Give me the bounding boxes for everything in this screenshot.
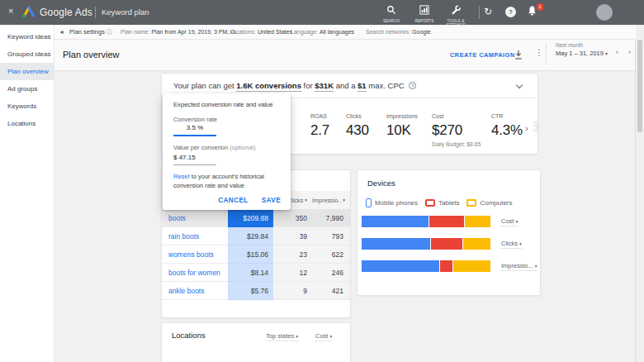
cost-metric-dropdown[interactable]: Cost▾ [501, 217, 518, 226]
cost-cell[interactable]: $209.88 [228, 209, 273, 227]
top-states-dropdown[interactable]: Top states▾ [266, 332, 298, 341]
next-period-icon[interactable]: › [628, 48, 631, 56]
reports-button[interactable]: REPORTS [411, 3, 438, 23]
save-button[interactable]: SAVE [262, 197, 281, 204]
create-campaign-button[interactable]: CREATE CAMPAIGN [450, 51, 515, 59]
legend-tablets: Tablets [425, 199, 459, 207]
cpc-highlight: $1 [358, 81, 367, 92]
keyword-link[interactable]: womens boots [162, 245, 228, 264]
tools-settings-button[interactable]: TOOLS & SETTINGS [443, 3, 469, 28]
plan-settings-toolbar: ◄ Plan settingsⓘ Plan name:Plan from Apr… [54, 25, 636, 40]
topbar-divider [95, 7, 96, 18]
caret-down-icon: ▾ [515, 219, 518, 224]
tools-settings-label: TOOLS & SETTINGS [443, 19, 469, 28]
sidebar-item-keyword-ideas[interactable]: Keyword ideas [0, 28, 54, 45]
legend-mobile-phones: Mobile phones [366, 198, 418, 207]
caret-down-icon: ▾ [519, 241, 522, 246]
banner-help-icon[interactable]: ? [409, 82, 416, 89]
reset-link[interactable]: Reset [173, 173, 190, 180]
clicks-cell: 39 [273, 227, 307, 245]
close-icon[interactable]: × [8, 6, 13, 16]
cost-cell[interactable]: $29.84 [228, 227, 273, 245]
sidebar-item-locations[interactable]: Locations [0, 115, 54, 132]
plan-settings-link[interactable]: Plan settingsⓘ [69, 28, 112, 36]
sidebar-item-grouped-ideas[interactable]: Grouped ideas [0, 45, 54, 63]
keyword-link[interactable]: boots for women [162, 264, 228, 282]
locations-title: Locations [172, 331, 206, 340]
daily-budget-sub: Daily Budget: $8.65 [432, 141, 481, 147]
vertical-scrollbar [635, 25, 644, 362]
bar-segment-mobile [362, 260, 439, 272]
impressions-column-header[interactable]: Impressio.. ▾ [307, 191, 350, 209]
prev-period-icon[interactable]: ‹ [616, 48, 618, 56]
conversions-highlight: 1.6K conversions [236, 81, 301, 92]
reports-label: REPORTS [411, 19, 438, 23]
devices-bars: Cost▾ Clicks▾ Impressio...▾ [362, 216, 537, 283]
impressions-cell: 622 [307, 245, 350, 264]
impressions-cell: 246 [307, 264, 350, 282]
bar-segment-computer [465, 216, 490, 227]
table-row[interactable]: boots $209.88 350 7,990 [162, 209, 350, 227]
cost-cell[interactable]: $15.06 [228, 245, 273, 264]
search-label: SEARCH [378, 19, 405, 23]
conversion-rate-input[interactable]: 3.5 % [173, 124, 216, 136]
notification-badge: 1 [537, 3, 543, 11]
search-networks-field[interactable]: Search networks:Google [366, 29, 431, 35]
metric-ctr: CTR 4.3% [491, 113, 523, 139]
value-per-conversion-input[interactable]: $ 47.15 [173, 154, 216, 165]
more-options-icon[interactable]: ⋮ [535, 48, 543, 57]
keywords-table-body: boots $209.88 350 7,990 rain boots $29.8… [162, 209, 350, 300]
plan-name-field[interactable]: Plan name:Plan from Apr 19, 2019, 3 PM, … [121, 29, 238, 35]
metrics-scroll-right-icon[interactable]: › [525, 123, 528, 133]
devices-bar-cost: Cost▾ [362, 216, 537, 227]
reports-icon [419, 3, 429, 17]
search-button[interactable]: SEARCH [378, 3, 405, 23]
refresh-icon[interactable]: ↻ [484, 6, 492, 17]
avatar[interactable] [596, 4, 613, 21]
cancel-button[interactable]: CANCEL [218, 197, 249, 204]
date-range-selector[interactable]: May 1 – 31, 2019 [556, 50, 604, 57]
info-icon: ⓘ [107, 29, 112, 35]
notifications-bell-icon[interactable]: 1 [527, 5, 540, 19]
computer-icon [466, 199, 476, 207]
help-icon[interactable]: ? [505, 7, 516, 17]
scrollbar-thumb[interactable] [637, 40, 642, 132]
devices-bar-impressions: Impressio...▾ [362, 260, 537, 272]
sidebar-item-ad-groups[interactable]: Ad groups [0, 80, 54, 98]
metric-impressions: Impressions 10K [386, 113, 418, 139]
app-title: Keyword plan [102, 7, 149, 17]
sidebar-item-keywords[interactable]: Keywords [0, 98, 54, 115]
date-range-caret-icon[interactable]: ▾ [605, 50, 608, 56]
clicks-metric-dropdown[interactable]: Clicks▾ [501, 240, 522, 249]
download-icon[interactable] [514, 49, 523, 64]
clicks-cell: 12 [273, 264, 307, 282]
bar-segment-tablet [429, 216, 465, 227]
metric-partial-next: $ [533, 119, 538, 136]
table-row[interactable]: ankle boots $5.76 9 421 [162, 282, 350, 300]
keyword-link[interactable]: rain boots [162, 227, 228, 245]
locations-cost-dropdown[interactable]: Cost▾ [315, 332, 332, 341]
keyword-link[interactable]: ankle boots [162, 282, 228, 300]
cost-cell[interactable]: $5.76 [228, 282, 273, 300]
impressions-metric-dropdown[interactable]: Impressio...▾ [501, 262, 537, 271]
cost-cell[interactable]: $8.14 [228, 264, 273, 282]
language-field[interactable]: Language:All languages [291, 29, 354, 35]
sidebar-item-plan-overview[interactable]: Plan overview [0, 63, 54, 80]
devices-legend: Mobile phones Tablets Computers [366, 198, 520, 207]
table-row[interactable]: boots for women $8.14 12 246 [162, 264, 350, 282]
impressions-cell: 421 [307, 282, 350, 300]
bar-segment-computer [453, 260, 490, 272]
conversion-rate-label: Conversion rate [173, 116, 217, 123]
cost-highlight: $31K [315, 81, 334, 92]
collapse-left-icon[interactable]: ◄ [59, 29, 64, 35]
keyword-link[interactable]: boots [162, 209, 228, 227]
sidebar: Keyword ideas Grouped ideas Plan overvie… [0, 25, 54, 362]
mobile-phone-icon [366, 198, 372, 207]
page-header: Plan overview CREATE CAMPAIGN ⋮ Next mon… [54, 40, 636, 71]
bar-segment-mobile [362, 238, 430, 250]
locations-field[interactable]: Locations:United States [230, 29, 292, 35]
stacked-bar [362, 238, 490, 250]
devices-bar-clicks: Clicks▾ [362, 238, 537, 250]
table-row[interactable]: womens boots $15.06 23 622 [162, 245, 350, 264]
table-row[interactable]: rain boots $29.84 39 793 [162, 227, 350, 245]
